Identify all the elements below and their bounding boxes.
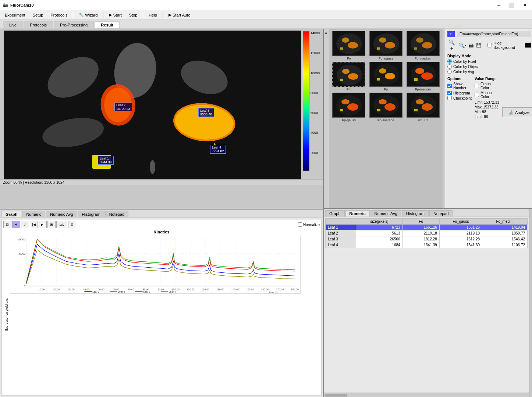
normalize-checkbox-group: Normalize <box>298 222 320 227</box>
group-color-checkbox[interactable] <box>475 84 479 88</box>
tab-numeric-avg[interactable]: Numeric Avg <box>46 211 77 217</box>
svg-text:time [s]: time [s] <box>269 291 277 294</box>
svg-text:10.00: 10.00 <box>38 288 45 291</box>
tab-preprocessing[interactable]: Pre-Processing <box>54 21 94 28</box>
tab-notepad-right[interactable]: Notepad <box>429 210 453 217</box>
radio-color-object-input[interactable] <box>447 64 452 69</box>
title-bar-controls[interactable]: – ⬜ ✕ <box>495 2 529 8</box>
tab-live[interactable]: Live <box>3 21 23 28</box>
tab-graph-right[interactable]: Graph <box>325 210 345 217</box>
graph-btn-2[interactable]: ✛ <box>12 221 20 228</box>
close-button[interactable]: ✕ <box>521 2 529 8</box>
tab-histogram[interactable]: Histogram <box>78 211 104 217</box>
hide-background-checkbox[interactable] <box>487 43 492 47</box>
manual-color-checkbox[interactable] <box>475 93 479 97</box>
graph-btn-6[interactable]: ⊠ <box>47 221 56 228</box>
app-title: FluorCam10 <box>10 3 34 7</box>
thumb-fp-average-label: Fp-average <box>377 118 394 122</box>
table-row-leaf2[interactable]: Leaf 2 5613 2119.18 2119.18 1859.77 <box>326 230 528 236</box>
menu-experiment[interactable]: Experiment <box>1 12 29 18</box>
limit-row-2: Limit 98 <box>475 115 499 119</box>
table-scrollbar[interactable] <box>324 393 529 397</box>
right-scrollbar[interactable] <box>529 209 532 397</box>
menu-separator-4 <box>163 12 163 18</box>
zoom-out-button[interactable]: 🔍- <box>458 42 467 48</box>
analyze-button[interactable]: 🔬 Analyze <box>502 107 532 117</box>
tab-numeric[interactable]: Numeric <box>22 211 45 217</box>
tab-numeric-avg-right[interactable]: Numeric Avg <box>370 210 401 217</box>
normalize-checkbox[interactable] <box>298 222 302 227</box>
min-value: 98 <box>482 110 486 114</box>
maximize-button[interactable]: ⬜ <box>507 2 517 8</box>
radio-color-avg-input[interactable] <box>447 69 452 74</box>
graph-btn-3[interactable]: ⤢ <box>21 221 29 228</box>
menu-separator-3 <box>143 12 143 18</box>
menu-stop[interactable]: Stop <box>126 12 141 18</box>
tab-graph[interactable]: Graph <box>1 211 21 217</box>
scroll-right-indicator[interactable]: » <box>324 29 329 208</box>
leaf4-fo: 1341.39 <box>402 242 439 248</box>
graph-btn-7[interactable]: L/L <box>56 221 67 228</box>
leaf4-fo-gauss: 1341.39 <box>439 242 482 248</box>
menu-protocols[interactable]: Protocols <box>47 12 71 18</box>
graph-btn-5[interactable]: ▶| <box>39 221 47 228</box>
save-button[interactable]: 💾 <box>476 43 482 48</box>
tab-numeric-right[interactable]: Numeric <box>345 210 370 217</box>
radio-color-pixel-input[interactable] <box>447 59 452 64</box>
max-label: Max <box>475 105 482 109</box>
menu-setup[interactable]: Setup <box>29 12 47 18</box>
title-bar: 📷 FluorCam10 – ⬜ ✕ <box>0 0 532 10</box>
tab-protocols[interactable]: Protocols <box>24 21 53 28</box>
leaf1-fo-medi: 1419.04 <box>482 225 528 230</box>
col-name <box>326 219 356 225</box>
histogram-checkbox[interactable] <box>447 91 452 95</box>
svg-point-82 <box>342 69 350 74</box>
menu-start-auto[interactable]: ▶ Start Auto <box>165 11 194 18</box>
tab-histogram-right[interactable]: Histogram <box>402 210 429 217</box>
colorbar-gradient <box>303 31 309 171</box>
tab-result[interactable]: Result <box>95 21 120 28</box>
hide-bg-color-swatch[interactable] <box>525 43 531 48</box>
table-row-leaf3[interactable]: Leaf 3 26506 1812.28 1812.28 1546.42 <box>326 236 528 242</box>
table-row-leaf1[interactable]: Leaf 1 6723 1661.26 1661.26 1419.04 <box>326 225 528 230</box>
graph-btn-8[interactable]: ⊞ <box>68 221 76 228</box>
value-range-title: Value Range <box>475 77 499 81</box>
display-mode-title: Display Mode <box>447 54 531 58</box>
thumb-fp-average[interactable]: Fp-average <box>368 93 404 122</box>
svg-text:130.00: 130.00 <box>216 288 224 291</box>
graph-btn-1[interactable]: ⊡ <box>3 221 11 228</box>
thumb-fo[interactable]: Fo <box>331 31 367 60</box>
menu-start[interactable]: ▶ Start <box>106 11 125 18</box>
show-number-checkbox[interactable] <box>447 84 452 88</box>
tab-notepad[interactable]: Notepad <box>105 211 129 217</box>
minimize-button[interactable]: – <box>495 2 502 8</box>
thumb-fp[interactable]: Fp <box>368 62 404 91</box>
export-button[interactable]: 📷 <box>468 43 474 48</box>
zoom-in-button[interactable]: 🔍+ <box>447 39 456 51</box>
col-fo-gauss: Fo_gauss <box>439 219 482 225</box>
menu-wizard[interactable]: 🔧 Wizard <box>75 11 101 18</box>
thumb-fm[interactable]: Fm <box>331 62 367 91</box>
thumb-fp-gauss[interactable]: Fp-gauss <box>331 93 367 122</box>
thumb-fp-median[interactable]: Fp-median <box>405 62 441 91</box>
options-value-row: Options Show Number Histogram Checkpoint <box>447 77 531 119</box>
leaf3-fo-medi: 1546.42 <box>482 236 528 242</box>
leaf2-fo-gauss: 2119.18 <box>439 230 482 236</box>
leaf4-size: 1684 <box>356 242 402 248</box>
scrollbar-thumb[interactable] <box>325 394 347 397</box>
radio-color-object-label: Color by Object <box>453 65 479 69</box>
app-icon: 📷 <box>3 3 8 7</box>
thumb-fo-median[interactable]: Fo_median <box>405 31 441 60</box>
thumb-fo-gauss[interactable]: Fo_gauss <box>368 31 404 60</box>
svg-text:0: 0 <box>24 285 26 288</box>
table-row-leaf4[interactable]: Leaf 4 1684 1341.39 1341.39 1106.72 <box>326 242 528 248</box>
thumb-fm-l1[interactable]: Fm_L1 <box>405 93 441 122</box>
plant-image[interactable]: Leaf 18944.39 Leaf 210700.23 Leaf 39535.… <box>4 31 301 179</box>
analyze-btn-container: 🔬 Analyze <box>502 77 532 119</box>
menu-help[interactable]: Help <box>145 12 160 18</box>
kinetics-graph-container: ⊡ ✛ ⤢ |◀ ▶| ⊠ L/L ⊞ Normalize Kinetics <box>1 219 322 396</box>
thumb-fm-l1-label: Fm_L1 <box>418 118 428 122</box>
graph-btn-4[interactable]: |◀ <box>30 221 38 228</box>
colorbar-labels: 14000 12000 10000 8000 6000 4000 2000 <box>309 31 320 171</box>
checkpoint-checkbox[interactable] <box>447 96 452 100</box>
